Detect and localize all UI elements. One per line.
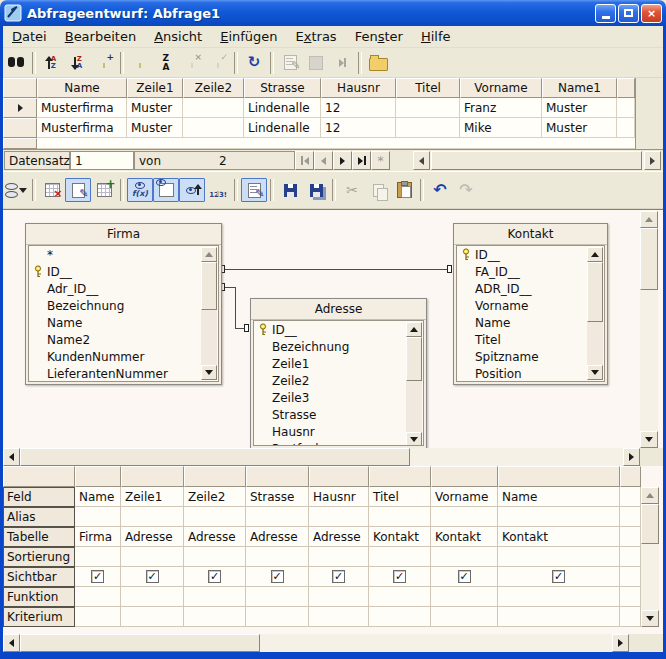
row-selector-current[interactable] xyxy=(3,98,37,118)
scroll-up-button[interactable] xyxy=(406,322,422,337)
relation-line-firma-kontakt[interactable] xyxy=(222,269,450,270)
scroll-left-button[interactable] xyxy=(3,448,20,466)
field-item[interactable]: Bezeichnung xyxy=(254,338,423,355)
grid-column-header[interactable] xyxy=(498,466,620,487)
filter-remove-button[interactable]: × xyxy=(179,51,205,75)
field-item[interactable]: Vorname xyxy=(457,297,604,314)
filter-values-button[interactable]: 123! xyxy=(205,178,231,202)
field-item[interactable]: Adr_ID__ xyxy=(29,280,218,297)
menu-einfuegen[interactable]: Einfügen xyxy=(211,27,286,46)
grid-cell[interactable] xyxy=(369,547,431,567)
column-header-name1[interactable]: Name1 xyxy=(542,78,617,98)
grid-cell[interactable] xyxy=(309,547,369,567)
scroll-thumb[interactable] xyxy=(201,262,217,310)
grid-cell[interactable] xyxy=(246,507,309,527)
grid-cell[interactable] xyxy=(121,587,184,607)
copy-button[interactable] xyxy=(365,178,391,202)
previous-record-button[interactable] xyxy=(314,151,333,170)
cell[interactable]: Lindenalle xyxy=(244,118,321,138)
grid-cell[interactable]: Titel xyxy=(369,487,431,507)
datasheet-sort-button[interactable] xyxy=(3,178,29,202)
field-item[interactable]: ID__ xyxy=(254,321,423,338)
grid-column-header[interactable] xyxy=(246,466,309,487)
properties-button[interactable]: ✎ xyxy=(241,178,267,202)
grid-cell[interactable] xyxy=(246,607,309,627)
scroll-down-button[interactable] xyxy=(201,365,217,380)
cell[interactable] xyxy=(396,98,460,118)
cell[interactable]: Lindenalle xyxy=(244,98,321,118)
field-list-scrollbar[interactable] xyxy=(587,247,603,380)
scroll-right-button[interactable] xyxy=(644,151,661,170)
show-sort-row-button[interactable] xyxy=(179,178,205,202)
table-title[interactable]: Kontakt xyxy=(454,224,607,245)
scroll-thumb[interactable] xyxy=(20,634,260,652)
scroll-thumb[interactable] xyxy=(20,448,410,466)
record-number-input[interactable]: 1 xyxy=(70,151,134,170)
sort-descending-button[interactable]: ZA xyxy=(65,51,91,75)
titlebar[interactable]: Abfrageentwurf: Abfrage1 × xyxy=(0,0,666,26)
open-button[interactable] xyxy=(365,51,391,75)
grid-cell[interactable] xyxy=(75,547,121,567)
field-item[interactable]: Zeile3 xyxy=(254,389,423,406)
scroll-thumb[interactable] xyxy=(406,337,422,381)
cell[interactable] xyxy=(183,98,244,118)
scroll-up-button[interactable] xyxy=(640,211,658,228)
field-item[interactable]: Titel xyxy=(457,331,604,348)
filter-apply-button[interactable]: ✓ xyxy=(205,51,231,75)
grid-column-header[interactable] xyxy=(75,466,121,487)
table-title[interactable]: Adresse xyxy=(251,299,426,320)
table-title[interactable]: Firma xyxy=(26,224,221,245)
show-functions-button[interactable]: f(x) xyxy=(127,178,153,202)
cell[interactable] xyxy=(183,118,244,138)
menu-ansicht[interactable]: Ansicht xyxy=(145,27,211,46)
cell[interactable]: 12 xyxy=(321,118,396,138)
grid-cell[interactable] xyxy=(369,607,431,627)
scroll-right-button[interactable] xyxy=(612,634,629,652)
field-item[interactable]: Name xyxy=(29,314,218,331)
field-item[interactable]: Name2 xyxy=(29,331,218,348)
grid-cell[interactable]: Kontakt xyxy=(498,527,620,547)
refresh-data-button[interactable]: ↻ xyxy=(241,51,267,75)
sichtbar-checkbox[interactable] xyxy=(91,570,104,583)
column-header-titel[interactable]: Titel xyxy=(396,78,460,98)
edit-record-button[interactable]: ✎ xyxy=(277,51,303,75)
sort-za-button[interactable]: ZA xyxy=(153,51,179,75)
maximize-button[interactable] xyxy=(618,4,639,23)
scroll-down-button[interactable] xyxy=(587,365,603,380)
grid-column-header[interactable] xyxy=(369,466,431,487)
grid-cell[interactable] xyxy=(309,507,369,527)
grid-cell[interactable]: Strasse xyxy=(246,487,309,507)
sichtbar-checkbox[interactable] xyxy=(271,570,284,583)
field-list-scrollbar[interactable] xyxy=(201,247,217,380)
show-table-row-button[interactable] xyxy=(153,178,179,202)
grid-cell[interactable] xyxy=(121,607,184,627)
grid-cell[interactable] xyxy=(498,547,620,567)
column-header-hausnr[interactable]: Hausnr xyxy=(321,78,396,98)
grid-column-header[interactable] xyxy=(184,466,246,487)
table-box-adresse[interactable]: Adresse ID__ Bezeichnung Zeile1 Zeile2 Z… xyxy=(250,298,427,448)
grid-cell[interactable]: Hausnr xyxy=(309,487,369,507)
scroll-thumb[interactable] xyxy=(587,262,603,322)
cell[interactable]: Musterfirma xyxy=(37,118,127,138)
delete-table-button[interactable]: × xyxy=(39,178,65,202)
menu-bearbeiten[interactable]: Bearbeiten xyxy=(56,27,145,46)
first-record-button[interactable] xyxy=(295,151,314,170)
grid-cell[interactable]: Zeile1 xyxy=(121,487,184,507)
datasheet-vscrollbar-strip[interactable] xyxy=(635,78,663,149)
scroll-right-button[interactable] xyxy=(623,448,640,466)
save-all-button[interactable] xyxy=(303,178,329,202)
scroll-thumb[interactable] xyxy=(640,228,658,290)
cell[interactable]: Muster xyxy=(127,118,183,138)
grid-cell[interactable]: Kontakt xyxy=(369,527,431,547)
scroll-left-button[interactable] xyxy=(413,151,430,170)
grid-cell[interactable]: Adresse xyxy=(246,527,309,547)
field-item[interactable]: ID__ xyxy=(457,246,604,263)
scroll-down-button[interactable] xyxy=(406,432,422,446)
design-view-button[interactable]: ✎ xyxy=(65,178,91,202)
minimize-button[interactable] xyxy=(595,4,616,23)
column-header-name[interactable]: Name xyxy=(37,78,127,98)
grid-cell[interactable] xyxy=(431,607,498,627)
grid-column-header[interactable] xyxy=(431,466,498,487)
field-item[interactable]: Position xyxy=(457,365,604,382)
sichtbar-checkbox[interactable] xyxy=(552,570,565,583)
